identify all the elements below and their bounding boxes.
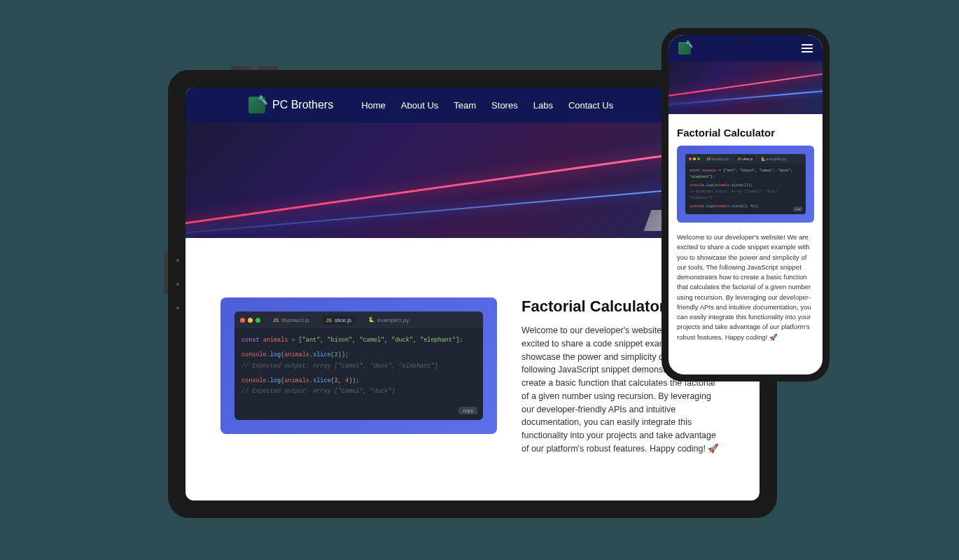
phone-screen: Factorial Calculator JS fibonacci.js JS …: [668, 35, 822, 374]
phone-tab-slice[interactable]: JS slice.js: [735, 156, 755, 162]
nav-about[interactable]: About Us: [401, 100, 438, 111]
editor-tabs: JS fibonacci.js JS slice.js 🐍 example1.p…: [234, 312, 483, 328]
phone-tab-example[interactable]: 🐍 example1.py: [759, 156, 788, 162]
phone-section-description: Welcome to our developer's website! We a…: [677, 232, 814, 342]
phone-camera-icon: [743, 41, 748, 45]
minimize-dot-icon: [248, 318, 253, 323]
phone-header: [668, 35, 822, 62]
phone-section-title: Factorial Calculator: [677, 127, 814, 139]
code-editor: JS fibonacci.js JS slice.js 🐍 example1.p…: [234, 312, 483, 420]
tablet-side-dots: [176, 259, 179, 309]
phone-copy-button[interactable]: copy: [793, 206, 803, 211]
phone-hero-image: [668, 62, 822, 114]
phone-brand-icon[interactable]: [678, 42, 691, 55]
code-content: const animals = ["ant", "bison", "camel"…: [234, 328, 483, 404]
tablet-hw-buttons: [231, 66, 279, 70]
phone-window-controls: [689, 158, 700, 160]
tab-example[interactable]: 🐍 example1.py: [364, 316, 413, 325]
phone-tab-fibonacci[interactable]: JS fibonacci.js: [704, 156, 731, 162]
nav-team[interactable]: Team: [454, 100, 476, 111]
nav-labs[interactable]: Labs: [533, 100, 553, 111]
hamburger-menu-icon[interactable]: [802, 44, 813, 52]
tablet-nav: Home About Us Team Stores Labs Contact U…: [361, 100, 613, 111]
nav-contact[interactable]: Contact Us: [568, 100, 613, 111]
brand-name: PC Brothers: [272, 99, 333, 111]
tab-fibonacci[interactable]: JS fibonacci.js: [269, 316, 314, 325]
maximize-dot-icon: [255, 318, 260, 323]
nav-stores[interactable]: Stores: [491, 100, 518, 111]
phone-code-card: JS fibonacci.js JS slice.js 🐍 example1.p…: [677, 146, 814, 223]
phone-editor-tabs: JS fibonacci.js JS slice.js 🐍 example1.p…: [685, 154, 806, 164]
phone-device: Factorial Calculator JS fibonacci.js JS …: [662, 28, 830, 382]
brand-icon: [248, 97, 265, 113]
phone-main: Factorial Calculator JS fibonacci.js JS …: [668, 114, 822, 355]
minimize-dot-icon: [693, 158, 696, 160]
close-dot-icon: [240, 318, 245, 323]
window-controls: [240, 318, 260, 323]
copy-button[interactable]: copy: [458, 407, 477, 414]
phone-code-content: const animals = ["ant", "bison", "camel"…: [685, 164, 806, 214]
close-dot-icon: [689, 158, 692, 160]
brand-logo[interactable]: PC Brothers: [248, 97, 333, 113]
phone-code-editor: JS fibonacci.js JS slice.js 🐍 example1.p…: [685, 154, 806, 214]
nav-home[interactable]: Home: [361, 100, 386, 111]
tab-slice[interactable]: JS slice.js: [322, 316, 356, 325]
code-snippet-card: JS fibonacci.js JS slice.js 🐍 example1.p…: [220, 298, 497, 434]
maximize-dot-icon: [697, 158, 700, 160]
